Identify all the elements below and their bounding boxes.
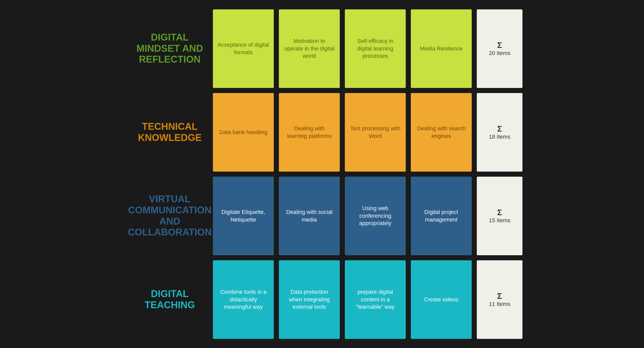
tile-digital-mindset-2[interactable]: Self-efficacy in digital learning proces…: [345, 9, 406, 88]
summary-items-virtual-communication: 15 Items: [489, 217, 510, 224]
category-label-digital-teaching: DIGITAL TEACHING: [129, 258, 210, 341]
tile-digital-teaching-1[interactable]: Data protection when integrating externa…: [279, 260, 340, 339]
tile-virtual-communication-2[interactable]: Using web conferencing appropriately: [345, 177, 406, 255]
summary-virtual-communication: Σ15 Items: [477, 177, 522, 255]
tile-virtual-communication-1[interactable]: Dealing with social media: [279, 177, 340, 255]
summary-items-technical-knowledge: 18 Items: [489, 134, 510, 140]
tile-digital-teaching-0[interactable]: Combine tools in a didactically meaningf…: [213, 260, 274, 339]
tile-virtual-communication-0[interactable]: Digitale Etiquette, Netiquette: [213, 177, 274, 255]
summary-digital-teaching: Σ11 Items: [477, 260, 522, 339]
tile-digital-mindset-0[interactable]: Acceptance of digital formats: [213, 9, 274, 88]
summary-items-digital-teaching: 11 Items: [489, 301, 510, 307]
tile-virtual-communication-3[interactable]: Digital project management: [411, 177, 472, 255]
summary-sigma-digital-mindset: Σ: [497, 41, 502, 50]
summary-sigma-technical-knowledge: Σ: [497, 124, 502, 134]
tile-technical-knowledge-2[interactable]: Text processing with Word: [345, 93, 406, 172]
main-grid: DIGITAL MINDSET AND REFLECTIONAcceptance…: [124, 2, 520, 346]
category-label-technical-knowledge: TECHNICAL KNOWLEDGE: [129, 90, 210, 174]
tile-technical-knowledge-1[interactable]: Dealing with learning platforms: [279, 93, 340, 172]
category-label-virtual-communication: VIRTUAL COMMUNICATION AND COLLABORATION: [129, 174, 210, 258]
summary-technical-knowledge: Σ18 Items: [477, 93, 522, 172]
tile-digital-teaching-3[interactable]: Create videos: [411, 260, 472, 339]
tile-digital-teaching-2[interactable]: prepare digital content in a "learnable"…: [345, 260, 406, 339]
tile-technical-knowledge-0[interactable]: Data bank handling: [213, 93, 274, 172]
tile-digital-mindset-3[interactable]: Media Resilience: [411, 9, 472, 88]
category-label-digital-mindset: DIGITAL MINDSET AND REFLECTION: [129, 7, 210, 90]
summary-sigma-digital-teaching: Σ: [497, 291, 502, 301]
tile-digital-mindset-1[interactable]: Motivation to operate in the digital wor…: [279, 9, 340, 88]
tile-technical-knowledge-3[interactable]: Dealing with search engines: [411, 93, 472, 172]
summary-items-digital-mindset: 20 Items: [489, 50, 510, 57]
summary-sigma-virtual-communication: Σ: [497, 208, 502, 217]
summary-digital-mindset: Σ20 Items: [477, 9, 522, 88]
